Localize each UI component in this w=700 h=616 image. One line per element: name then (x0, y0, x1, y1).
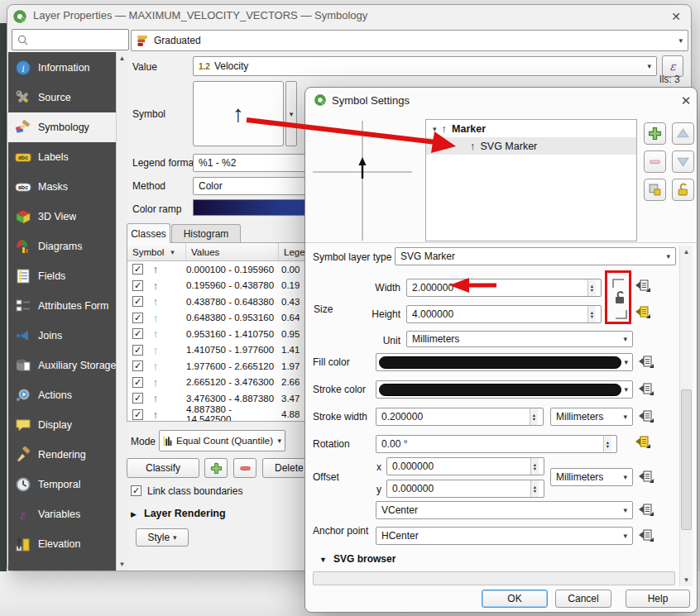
sidebar-item-source[interactable]: Source (8, 83, 116, 112)
spinner-buttons[interactable]: ▴▾ (530, 458, 539, 475)
tab-classes[interactable]: Classes (127, 223, 170, 243)
ok-button[interactable]: OK (482, 590, 548, 608)
column-header-symbol[interactable]: Symbol ▾ (127, 243, 186, 260)
spin-down-icon[interactable]: ▾ (607, 444, 609, 449)
data-defined-offset-button[interactable] (638, 469, 654, 484)
add-symbol-layer-button[interactable] (644, 122, 666, 145)
spinner-buttons[interactable]: ▴▾ (587, 279, 596, 296)
anchor-vcenter-combo[interactable]: VCenter ▾ (376, 501, 633, 519)
sidebar-item-rendering[interactable]: Rendering (8, 440, 116, 470)
offset-y-spinbox[interactable]: 0.000000 ▴▾ (386, 480, 544, 498)
class-checkbox[interactable]: ✓ (132, 280, 143, 291)
lock-color-button[interactable] (672, 179, 694, 201)
renderer-combo[interactable]: Graduated ▾ (131, 30, 688, 51)
sidebar-item-3d-view[interactable]: 3D View (8, 202, 116, 232)
symbol-layer-type-combo[interactable]: SVG Marker ▾ (395, 247, 676, 265)
move-layer-down-button[interactable] (672, 150, 694, 173)
sidebar-item-display[interactable]: Display (8, 410, 116, 440)
spin-down-icon[interactable]: ▾ (534, 466, 536, 471)
sidebar-item-variables[interactable]: ε Variables (8, 499, 116, 529)
duplicate-layer-button[interactable] (644, 179, 666, 201)
symbol-preview-dropdown[interactable]: ▾ (285, 81, 297, 146)
class-checkbox[interactable]: ✓ (132, 264, 143, 275)
size-lock-widget[interactable] (610, 275, 630, 323)
scrollbar-thumb[interactable] (681, 389, 692, 530)
svg-browser-area[interactable] (313, 571, 675, 585)
column-header-values[interactable]: Values (186, 243, 279, 260)
search-input[interactable] (12, 29, 129, 50)
spinner-buttons[interactable]: ▴▾ (530, 480, 539, 497)
unit-combo[interactable]: Millimeters ▾ (406, 331, 633, 347)
class-checkbox[interactable]: ✓ (132, 393, 143, 404)
tab-histogram[interactable]: Histogram (171, 224, 241, 242)
chevron-down-icon[interactable]: ▾ (621, 385, 630, 394)
offset-unit-combo[interactable]: Millimeters ▾ (550, 468, 633, 486)
spin-down-icon[interactable]: ▾ (533, 417, 535, 422)
add-class-button[interactable] (204, 458, 228, 478)
data-defined-width-button[interactable] (635, 278, 651, 293)
stroke-color-combo[interactable]: ▾ (376, 380, 633, 399)
fill-color-swatch[interactable] (379, 356, 621, 369)
sidebar-item-auxiliary-storage[interactable]: Auxiliary Storage (8, 351, 116, 380)
collapsed-arrow-icon[interactable]: ▶ (131, 510, 137, 518)
sidebar-item-masks[interactable]: abc Masks (8, 172, 116, 202)
value-combo[interactable]: 1.2 Velocity ▾ (193, 56, 657, 76)
link-class-boundaries-checkbox[interactable]: ✓ (131, 485, 141, 496)
tree-item-svg-marker[interactable]: ↑ SVG Marker (426, 137, 636, 155)
width-spinbox[interactable]: 2.000000 ▴▾ (406, 279, 602, 297)
sidebar-item-information[interactable]: i Information (8, 53, 116, 83)
height-spinbox[interactable]: 4.000000 ▴▾ (406, 305, 602, 323)
sidebar-item-joins[interactable]: Joins (8, 321, 116, 351)
symbol-layer-tree[interactable]: ▾ ↑ Marker ↑ SVG Marker (425, 119, 637, 241)
data-defined-anchor-v-button[interactable] (638, 502, 654, 517)
class-checkbox[interactable]: ✓ (132, 328, 143, 339)
scroll-down-icon[interactable]: ▼ (680, 574, 693, 585)
class-checkbox[interactable]: ✓ (132, 313, 143, 323)
scroll-up-icon[interactable]: ▲ (119, 55, 126, 62)
class-checkbox[interactable]: ✓ (132, 377, 143, 388)
scroll-up-icon[interactable]: ▲ (680, 246, 693, 257)
fill-color-combo[interactable]: ▾ (376, 353, 633, 371)
layer-rendering-section[interactable]: Layer Rendering (144, 508, 226, 519)
data-defined-stroke-width-button[interactable] (638, 408, 654, 423)
spinner-buttons[interactable]: ▴▾ (603, 436, 611, 452)
data-defined-stroke-color-button[interactable] (638, 381, 654, 396)
sidebar-item-fields[interactable]: Fields (8, 261, 116, 291)
sidebar-item-symbology[interactable]: Symbology (8, 112, 116, 142)
data-defined-height-button-active[interactable] (635, 304, 651, 319)
sidebar-item-attributes-form[interactable]: Attributes Form (8, 291, 116, 321)
chevron-down-icon[interactable]: ▾ (621, 358, 630, 366)
sidebar-item-temporal[interactable]: Temporal (8, 470, 116, 499)
class-checkbox[interactable]: ✓ (132, 361, 143, 371)
scroll-down-icon[interactable]: ▼ (119, 561, 126, 568)
close-icon[interactable]: ✕ (677, 92, 695, 110)
svg-browser-section[interactable]: SVG browser (333, 553, 396, 565)
class-checkbox[interactable]: ✓ (132, 409, 143, 420)
spin-down-icon[interactable]: ▾ (534, 489, 536, 494)
sidebar-item-diagrams[interactable]: Diagrams (8, 232, 116, 261)
expanded-arrow-icon[interactable]: ▼ (319, 556, 327, 564)
spinner-buttons[interactable]: ▴▾ (530, 408, 538, 425)
style-button[interactable]: Style ▾ (136, 528, 189, 547)
rotation-spinbox[interactable]: 0.00 ° ▴▾ (376, 435, 617, 453)
mode-combo[interactable]: Equal Count (Quantile) ▾ (159, 430, 285, 451)
data-defined-anchor-h-button[interactable] (638, 528, 654, 542)
symbol-preview[interactable]: ↑ (193, 81, 284, 146)
classify-button[interactable]: Classify (127, 458, 199, 478)
class-checkbox[interactable]: ✓ (132, 345, 143, 356)
close-icon[interactable]: ✕ (667, 7, 685, 26)
help-button[interactable]: Help (626, 590, 690, 608)
move-layer-up-button[interactable] (672, 122, 694, 145)
spinner-buttons[interactable]: ▴▾ (587, 306, 596, 322)
cancel-button[interactable]: Cancel (555, 590, 611, 608)
data-defined-fill-button[interactable] (638, 354, 654, 369)
sidebar-scrollbar[interactable]: ▲ ▼ (116, 52, 127, 571)
sidebar-item-elevation[interactable]: Elevation (8, 529, 116, 559)
spin-down-icon[interactable]: ▾ (591, 288, 593, 293)
offset-x-spinbox[interactable]: 0.000000 ▴▾ (386, 457, 544, 475)
stroke-width-unit-combo[interactable]: Millimeters ▾ (550, 408, 633, 426)
class-checkbox[interactable]: ✓ (132, 296, 143, 307)
stroke-color-swatch[interactable] (379, 384, 621, 396)
remove-symbol-layer-button[interactable] (644, 150, 666, 173)
dialog-scrollbar[interactable]: ▲ ▼ (679, 246, 693, 586)
